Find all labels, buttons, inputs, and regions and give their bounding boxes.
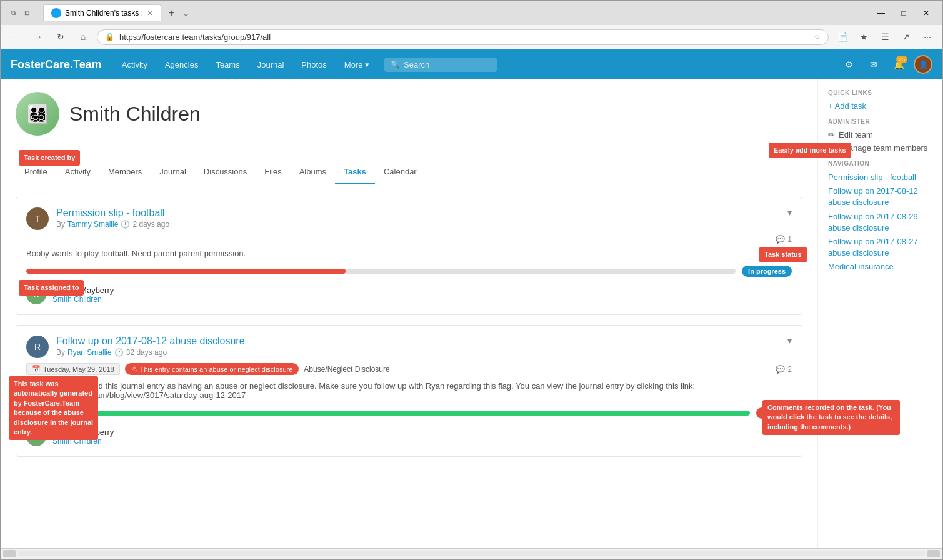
task-2-time: 32 days ago xyxy=(126,348,167,357)
settings-btn[interactable]: ⚙ xyxy=(839,54,859,74)
task-2-title[interactable]: Follow up on 2017-08-12 abuse disclosure xyxy=(56,336,780,347)
more-btn[interactable]: ··· xyxy=(919,28,936,46)
administer-title: ADMINISTER xyxy=(828,118,932,125)
nav-photos[interactable]: Photos xyxy=(294,51,334,78)
url-display: https://fostercare.team/tasks/group/917/… xyxy=(119,32,809,42)
user-avatar[interactable]: 👤 xyxy=(914,55,932,74)
annotation-task-status: Task status xyxy=(759,247,807,262)
tab-files[interactable]: Files xyxy=(256,161,290,184)
group-header: 👨‍👩‍👧‍👦 Smith Children xyxy=(16,92,802,146)
task-2-progress-fill xyxy=(26,411,750,416)
tab-close-btn[interactable]: ✕ xyxy=(147,9,153,18)
horizontal-scrollbar[interactable] xyxy=(1,548,942,558)
refresh-btn[interactable]: ↻ xyxy=(52,28,69,46)
nav-search-box[interactable]: 🔍 xyxy=(384,58,497,72)
nav-activity[interactable]: Activity xyxy=(114,51,155,78)
group-name: Smith Children xyxy=(69,102,201,126)
lock-icon: 🔒 xyxy=(105,32,114,41)
task-1-author[interactable]: Tammy Smallie xyxy=(67,220,118,229)
task-2-meta: Follow up on 2017-08-12 abuse disclosure… xyxy=(56,336,780,357)
home-btn[interactable]: ⌂ xyxy=(74,28,92,46)
nav-brand[interactable]: FosterCare.Team xyxy=(11,58,102,71)
app-content: FosterCare.Team Activity Agencies Teams … xyxy=(1,49,942,548)
task-2-author[interactable]: Ryan Smallie xyxy=(67,348,112,357)
scroll-left-btn[interactable] xyxy=(3,550,16,558)
task-2-expand[interactable]: ▾ xyxy=(787,336,792,346)
search-input[interactable] xyxy=(404,60,479,69)
add-task-btn[interactable]: + Add task xyxy=(828,101,932,111)
nav-more-label: More ▾ xyxy=(344,60,369,69)
mail-icon: ✉ xyxy=(870,59,877,69)
page-wrapper: Task created by Task assigned to Easily … xyxy=(0,0,943,560)
tab-favicon: 🌐 xyxy=(51,8,61,18)
favorites-btn[interactable]: ★ xyxy=(855,28,872,46)
task-1-expand[interactable]: ▾ xyxy=(787,208,792,218)
task-1-by-label: By xyxy=(56,220,65,229)
task-1-assignee-row: K Kristen Mayberry Smith Children xyxy=(26,284,792,304)
close-btn[interactable]: ✕ xyxy=(916,6,936,21)
clock-icon-2: 🕐 xyxy=(114,348,124,357)
task-1-progress-container: In progress xyxy=(26,266,792,277)
nav-link-1[interactable]: Follow up on 2017-08-12 abuse disclosure xyxy=(828,186,932,208)
task-2-progress-bar xyxy=(26,411,750,416)
back-btn[interactable]: ← xyxy=(7,28,24,46)
task-1-title[interactable]: Permission slip - football xyxy=(56,208,780,219)
edit-team-btn[interactable]: ✏ Edit team xyxy=(828,130,932,139)
task-2-byline: By Ryan Smallie 🕐 32 days ago xyxy=(56,348,780,357)
active-tab[interactable]: 🌐 Smith Children's tasks : ✕ xyxy=(43,4,161,21)
gear-icon: ⚙ xyxy=(845,59,853,69)
tab-members[interactable]: Members xyxy=(99,161,151,184)
task-1-status: In progress xyxy=(742,266,792,277)
nav-right: ⚙ ✉ 🔔 25 👤 xyxy=(839,54,932,74)
browser-tabs: 🌐 Smith Children's tasks : ✕ + ⌄ xyxy=(43,4,190,21)
task-2-tags: 📅 Tuesday, May 29, 2018 ⚠ This entry con… xyxy=(26,363,792,375)
sub-nav: Profile Activity Members Journal Discuss… xyxy=(16,161,802,184)
new-tab-btn[interactable]: + xyxy=(164,5,179,21)
nav-link-0[interactable]: Permission slip - football xyxy=(828,172,932,183)
tab-discussions[interactable]: Discussions xyxy=(195,161,256,184)
reading-view-btn[interactable]: 📄 xyxy=(834,28,851,46)
group-avatar: 👨‍👩‍👧‍👦 xyxy=(16,92,59,136)
task-2-by-label: By xyxy=(56,348,65,357)
nav-teams[interactable]: Teams xyxy=(208,51,247,78)
tab-calendar[interactable]: Calendar xyxy=(375,161,426,184)
task-2-comment-count: 💬 2 xyxy=(776,365,792,374)
forward-btn[interactable]: → xyxy=(29,28,47,46)
minimize-btn[interactable]: — xyxy=(871,6,891,21)
navigation-title: NAVIGATION xyxy=(828,160,932,167)
nav-link-3[interactable]: Follow up on 2017-08-27 abuse disclosure xyxy=(828,236,932,259)
calendar-icon: 📅 xyxy=(32,365,41,373)
task-1-byline: By Tammy Smallie 🕐 2 days ago xyxy=(56,220,780,229)
tab-journal[interactable]: Journal xyxy=(151,161,195,184)
scroll-right-btn[interactable] xyxy=(927,550,940,558)
task-1-description: Bobby wants to play football. Need paren… xyxy=(26,249,792,258)
task-card-1: T Permission slip - football By Tammy Sm… xyxy=(16,197,802,315)
task-2-author-avatar: R xyxy=(26,336,49,358)
window-controls: — □ ✕ xyxy=(871,6,936,21)
task-1-progress-bar xyxy=(26,269,736,274)
tab-tasks[interactable]: Tasks xyxy=(335,161,375,184)
messages-btn[interactable]: ✉ xyxy=(864,54,884,74)
nav-link-4[interactable]: Medical insurance xyxy=(828,261,932,272)
nav-more[interactable]: More ▾ xyxy=(337,51,377,78)
nav-bar: FosterCare.Team Activity Agencies Teams … xyxy=(1,49,942,79)
window-icon-1[interactable]: ⧉ xyxy=(7,7,19,19)
nav-agencies[interactable]: Agencies xyxy=(157,51,206,78)
task-1-comment-count: 💬 1 xyxy=(26,235,792,244)
tab-dropdown[interactable]: ⌄ xyxy=(182,7,190,19)
nav-link-2[interactable]: Follow up on 2017-08-29 abuse disclosure xyxy=(828,211,932,234)
tab-albums[interactable]: Albums xyxy=(291,161,335,184)
scroll-track[interactable] xyxy=(18,551,925,556)
comment-icon-2: 💬 xyxy=(776,365,785,374)
window-icon-2[interactable]: ⊡ xyxy=(21,7,33,19)
maximize-btn[interactable]: □ xyxy=(894,6,914,21)
clock-icon-1: 🕐 xyxy=(121,220,130,229)
task-1-progress-fill xyxy=(26,269,346,274)
nav-journal[interactable]: Journal xyxy=(250,51,292,78)
share-btn[interactable]: ↗ xyxy=(897,28,915,46)
notifications-btn[interactable]: 🔔 25 xyxy=(889,54,909,74)
hub-btn[interactable]: ☰ xyxy=(876,28,894,46)
bookmark-icon[interactable]: ☆ xyxy=(814,32,821,41)
task-1-assignee-group: Smith Children xyxy=(52,295,114,304)
address-bar[interactable]: 🔒 https://fostercare.team/tasks/group/91… xyxy=(97,29,829,45)
